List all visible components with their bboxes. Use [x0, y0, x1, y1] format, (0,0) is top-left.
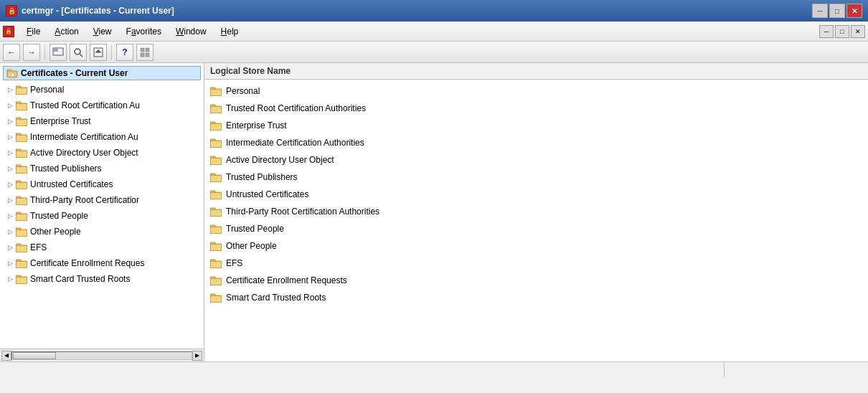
svg-rect-53 — [16, 278, 27, 283]
right-item[interactable]: EFS — [204, 255, 868, 272]
tree-item[interactable]: ▷ EFS — [0, 240, 204, 255]
tree-content: 📋 Certificates - Current User ▷ Personal… — [0, 63, 204, 349]
tree-item[interactable]: ▷ Personal — [0, 82, 204, 98]
menu-help[interactable]: Help — [214, 24, 245, 39]
tree-item-label: Other People — [30, 227, 81, 237]
tree-horizontal-scrollbar[interactable]: ◀ ▶ — [0, 349, 204, 361]
tree-expand-icon[interactable]: ▷ — [6, 275, 14, 283]
tree-expand-icon[interactable]: ▷ — [6, 101, 14, 110]
right-item[interactable]: Enterprise Trust — [204, 117, 868, 134]
right-item[interactable]: Third-Party Root Certification Authoriti… — [204, 203, 868, 220]
search-button[interactable] — [70, 44, 87, 61]
right-folder-icon — [210, 155, 222, 165]
menu-window[interactable]: Window — [169, 24, 213, 39]
svg-rect-92 — [211, 296, 221, 302]
title-bar: 🔒 certmgr - [Certificates - Current User… — [0, 0, 868, 22]
right-item[interactable]: Untrusted Certificates — [204, 186, 868, 203]
properties-button[interactable] — [136, 44, 154, 61]
svg-text:📋: 📋 — [10, 72, 16, 77]
svg-rect-71 — [211, 176, 221, 181]
scroll-right-arrow[interactable]: ▶ — [192, 351, 202, 361]
tree-expand-icon[interactable]: ▷ — [6, 85, 14, 94]
menu-bar: 🔒 File Action View Favorites Window Help… — [0, 22, 868, 42]
right-folder-icon — [210, 258, 222, 268]
scroll-left-arrow[interactable]: ◀ — [1, 351, 11, 361]
tree-expand-icon[interactable]: ▷ — [6, 117, 14, 126]
right-folder-icon — [210, 86, 222, 96]
tree-item[interactable]: ▷ Third-Party Root Certificatior — [0, 192, 204, 208]
right-item[interactable]: Smart Card Trusted Roots — [204, 289, 868, 306]
back-button[interactable]: ← — [3, 44, 20, 61]
tree-expand-icon[interactable]: ▷ — [6, 148, 14, 157]
tree-expand-icon[interactable]: ▷ — [6, 212, 14, 220]
svg-rect-86 — [211, 262, 221, 267]
forward-button[interactable]: → — [23, 44, 40, 61]
svg-rect-59 — [211, 107, 221, 113]
tree-item[interactable]: ▷ Trusted People — [0, 208, 204, 224]
root-icon: 📋 — [6, 68, 18, 78]
right-item-label: Enterprise Trust — [226, 120, 287, 131]
inner-restore-button[interactable]: □ — [835, 25, 849, 38]
tree-expand-icon[interactable]: ▷ — [6, 243, 14, 252]
tree-folder-icon — [16, 100, 27, 110]
inner-minimize-button[interactable]: ─ — [819, 25, 834, 38]
svg-rect-41 — [16, 214, 27, 220]
tree-item[interactable]: ▷ Certificate Enrollment Reques — [0, 255, 204, 271]
right-folder-icon — [210, 293, 222, 303]
tree-folder-icon — [16, 258, 27, 268]
right-item[interactable]: Certificate Enrollment Requests — [204, 272, 868, 289]
svg-rect-46 — [16, 244, 21, 246]
tree-item[interactable]: ▷ Trusted Root Certification Au — [0, 98, 204, 113]
svg-rect-9 — [141, 53, 144, 57]
svg-rect-7 — [141, 48, 144, 52]
main-area: 📋 Certificates - Current User ▷ Personal… — [0, 63, 868, 361]
svg-rect-79 — [210, 225, 215, 227]
title-bar-text: certmgr - [Certificates - Current User] — [22, 6, 812, 16]
export-button[interactable] — [90, 44, 107, 61]
tree-expand-icon[interactable]: ▷ — [6, 196, 14, 204]
right-item[interactable]: Trusted Publishers — [204, 169, 868, 186]
tree-expand-icon[interactable]: ▷ — [6, 259, 14, 267]
tree-item-label: Certificate Enrollment Reques — [30, 258, 144, 268]
tree-item[interactable]: ▷ Other People — [0, 224, 204, 240]
tree-folder-icon — [16, 195, 27, 205]
close-button[interactable]: ✕ — [846, 4, 862, 18]
tree-item[interactable]: ▷ Untrusted Certificates — [0, 176, 204, 192]
svg-rect-43 — [16, 228, 21, 230]
minimize-button[interactable]: ─ — [812, 4, 828, 18]
restore-button[interactable]: □ — [829, 4, 845, 18]
menu-file[interactable]: File — [20, 24, 47, 39]
show-hide-button[interactable] — [49, 44, 67, 61]
menu-action[interactable]: Action — [48, 24, 85, 39]
tree-root[interactable]: 📋 Certificates - Current User — [3, 66, 201, 80]
menu-items: File Action View Favorites Window Help — [20, 24, 819, 39]
svg-rect-32 — [16, 167, 27, 173]
menu-view[interactable]: View — [87, 24, 118, 39]
tree-expand-icon[interactable]: ▷ — [6, 227, 14, 236]
right-item[interactable]: Intermediate Certification Authorities — [204, 134, 868, 151]
right-item-label: Untrusted Certificates — [226, 189, 308, 199]
tree-expand-icon[interactable]: ▷ — [6, 180, 14, 189]
tree-expand-icon[interactable]: ▷ — [6, 164, 14, 173]
tree-item[interactable]: ▷ Trusted Publishers — [0, 161, 204, 176]
scroll-thumb[interactable] — [13, 352, 56, 359]
help-button[interactable]: ? — [116, 44, 133, 61]
right-item[interactable]: Trusted Root Certification Authorities — [204, 100, 868, 117]
tree-folder-icon — [16, 85, 27, 95]
scroll-track[interactable] — [11, 351, 192, 360]
tree-item-label: Trusted Publishers — [30, 164, 102, 174]
tree-item[interactable]: ▷ Smart Card Trusted Roots — [0, 271, 204, 287]
tree-item[interactable]: ▷ Active Directory User Object — [0, 145, 204, 161]
right-item[interactable]: Other People — [204, 237, 868, 255]
menu-favorites[interactable]: Favorites — [120, 24, 168, 39]
right-item[interactable]: Active Directory User Object — [204, 151, 868, 169]
inner-close-button[interactable]: ✕ — [851, 25, 865, 38]
right-item[interactable]: Trusted People — [204, 220, 868, 237]
tree-item[interactable]: ▷ Intermediate Certification Au — [0, 129, 204, 145]
svg-rect-80 — [211, 227, 221, 233]
tree-expand-icon[interactable]: ▷ — [6, 133, 14, 141]
tree-item[interactable]: ▷ Enterprise Trust — [0, 113, 204, 129]
tree-items-container: ▷ Personal ▷ Trusted Root Certification … — [0, 82, 204, 287]
right-item[interactable]: Personal — [204, 82, 868, 100]
status-left — [0, 362, 725, 377]
